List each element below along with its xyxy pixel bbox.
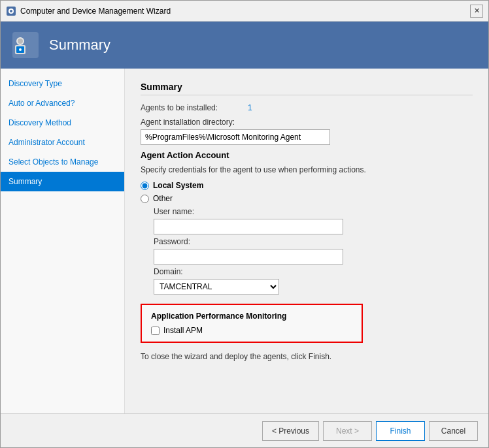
app-icon — [6, 6, 16, 16]
wizard-window: Computer and Device Management Wizard ✕ … — [0, 0, 489, 448]
finish-button[interactable]: Finish — [376, 421, 425, 441]
window-title: Computer and Device Management Wizard — [20, 7, 171, 16]
password-label: Password: — [154, 237, 473, 246]
footer: < Previous Next > Finish Cancel — [1, 413, 488, 447]
password-section: Password: — [154, 237, 473, 264]
main-panel: Summary Agents to be installed: 1 Agent … — [125, 69, 488, 413]
header-title: Summary — [49, 37, 110, 54]
close-window-button[interactable]: ✕ — [470, 5, 483, 18]
sidebar-item-auto-advanced[interactable]: Auto or Advanced? — [1, 93, 124, 113]
content-area: Discovery Type Auto or Advanced? Discove… — [1, 69, 488, 413]
install-dir-input[interactable] — [141, 129, 330, 145]
apm-box: Application Performance Monitoring Insta… — [141, 304, 363, 343]
install-apm-checkbox[interactable] — [151, 327, 160, 335]
install-dir-label: Agent installation directory: — [141, 118, 473, 127]
title-bar-left: Computer and Device Management Wizard — [6, 6, 171, 16]
wizard-header-icon — [11, 31, 40, 59]
domain-section: Domain: TAMCENTRAL — [154, 267, 473, 295]
local-system-label: Local System — [153, 181, 203, 190]
sidebar-item-summary[interactable]: Summary — [1, 172, 124, 191]
username-section: User name: — [154, 207, 473, 234]
close-instructions: To close the wizard and deploy the agent… — [141, 352, 473, 361]
sidebar-item-discovery-method[interactable]: Discovery Method — [1, 113, 124, 133]
other-radio[interactable] — [141, 195, 149, 203]
install-dir-section: Agent installation directory: — [141, 118, 473, 145]
action-description: Specify credentials for the agent to use… — [141, 165, 473, 174]
other-fields: User name: Password: Domain: TAMCENTRAL — [141, 207, 473, 295]
sidebar-item-select-objects[interactable]: Select Objects to Manage — [1, 152, 124, 172]
next-button[interactable]: Next > — [323, 421, 372, 441]
username-input[interactable] — [154, 219, 343, 234]
install-apm-label: Install APM — [163, 326, 203, 335]
local-system-row: Local System — [141, 181, 473, 190]
svg-point-8 — [19, 48, 22, 51]
agent-action-section: Agent Action Account Specify credentials… — [141, 150, 473, 295]
apm-section-title: Application Performance Monitoring — [151, 312, 352, 321]
domain-select[interactable]: TAMCENTRAL — [154, 279, 279, 295]
agents-value: 1 — [248, 103, 252, 112]
password-input[interactable] — [154, 249, 343, 264]
svg-point-5 — [18, 39, 23, 44]
sidebar-item-administrator-account[interactable]: Administrator Account — [1, 133, 124, 152]
other-row: Other — [141, 194, 473, 203]
cancel-button[interactable]: Cancel — [429, 421, 478, 441]
previous-button[interactable]: < Previous — [262, 421, 319, 441]
other-label: Other — [153, 194, 173, 203]
username-label: User name: — [154, 207, 473, 216]
local-system-radio[interactable] — [141, 182, 149, 190]
title-bar: Computer and Device Management Wizard ✕ — [1, 1, 488, 22]
svg-point-2 — [10, 10, 12, 12]
sidebar: Discovery Type Auto or Advanced? Discove… — [1, 69, 125, 413]
sidebar-item-discovery-type[interactable]: Discovery Type — [1, 74, 124, 93]
agents-label: Agents to be installed: — [141, 103, 245, 112]
section-title: Summary — [141, 82, 473, 95]
agents-row: Agents to be installed: 1 — [141, 103, 473, 112]
header-bar: Summary — [1, 22, 488, 69]
domain-label: Domain: — [154, 267, 473, 276]
agent-action-title: Agent Action Account — [141, 150, 473, 160]
install-apm-row: Install APM — [151, 326, 352, 335]
